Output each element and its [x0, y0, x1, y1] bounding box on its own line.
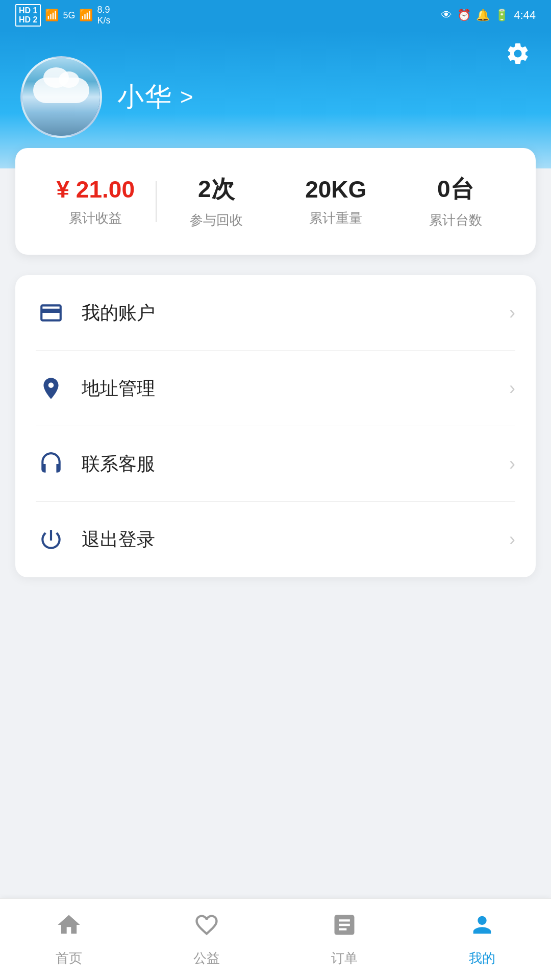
stats-card: ¥ 21.00 累计收益 2次 参与回收 20KG 累计重量 0台 累计台数 — [15, 148, 536, 255]
orders-icon — [331, 912, 358, 944]
nav-item-charity[interactable]: 公益 — [138, 906, 276, 972]
status-left: HD 1HD 2 📶 5G 📶 8.9K/s — [15, 4, 110, 27]
profile-nav-icon — [469, 912, 495, 944]
account-arrow-icon: › — [509, 302, 515, 324]
charity-nav-label: 公益 — [193, 949, 220, 967]
profile-nav-label: 我的 — [469, 949, 495, 967]
username-row[interactable]: 小华 > — [117, 79, 193, 115]
notification-icon: 🔔 — [476, 9, 490, 22]
logout-arrow-icon: › — [509, 529, 515, 550]
avatar[interactable] — [20, 56, 102, 138]
profile-chevron-icon: > — [180, 84, 193, 110]
menu-item-logout[interactable]: 退出登录 › — [15, 502, 536, 577]
menu-item-service[interactable]: 联系客服 › — [15, 426, 536, 502]
address-label: 地址管理 — [82, 376, 509, 401]
menu-item-address[interactable]: 地址管理 › — [15, 351, 536, 426]
bottom-nav: 首页 公益 订单 我的 — [0, 898, 551, 980]
settings-button[interactable] — [505, 41, 531, 72]
menu-item-account[interactable]: 我的账户 › — [15, 275, 536, 351]
hd-label: HD 1HD 2 — [15, 4, 41, 27]
weight-stat: 20KG 累计重量 — [276, 176, 396, 227]
devices-stat: 0台 累计台数 — [396, 174, 516, 229]
earnings-stat: ¥ 21.00 累计收益 — [36, 176, 156, 227]
service-arrow-icon: › — [509, 453, 515, 475]
devices-label: 累计台数 — [429, 212, 482, 228]
time-display: 4:44 — [514, 9, 536, 22]
service-label: 联系客服 — [82, 452, 509, 477]
signal-5g: 5G — [63, 10, 75, 21]
recycle-count-value: 2次 — [157, 174, 277, 205]
earnings-label: 累计收益 — [69, 210, 122, 226]
recycle-count-label: 参与回收 — [190, 212, 243, 228]
alarm-icon: ⏰ — [457, 9, 471, 22]
wifi-icon: 📶 — [79, 9, 93, 22]
home-icon — [56, 912, 82, 944]
nav-item-profile[interactable]: 我的 — [413, 906, 551, 972]
devices-value: 0台 — [396, 174, 516, 205]
weight-value: 20KG — [276, 176, 396, 203]
nav-item-home[interactable]: 首页 — [0, 906, 138, 972]
speed-indicator: 8.9K/s — [97, 5, 110, 26]
weight-label: 累计重量 — [309, 210, 362, 226]
earnings-value: ¥ 21.00 — [36, 176, 156, 203]
status-right: 👁 ⏰ 🔔 🔋 4:44 — [441, 9, 536, 22]
menu-card: 我的账户 › 地址管理 › 联系客服 › 退出登录 › — [15, 275, 536, 577]
logout-label: 退出登录 — [82, 527, 509, 552]
battery-icon: 🔋 — [495, 9, 509, 22]
signal-4g: 📶 — [45, 9, 59, 22]
charity-icon — [193, 912, 220, 944]
status-bar: HD 1HD 2 📶 5G 📶 8.9K/s 👁 ⏰ 🔔 🔋 4:44 — [0, 0, 551, 31]
location-icon — [36, 373, 66, 404]
account-label: 我的账户 — [82, 301, 509, 326]
home-nav-label: 首页 — [56, 949, 82, 967]
orders-nav-label: 订单 — [331, 949, 358, 967]
power-icon — [36, 524, 66, 555]
username-text: 小华 — [117, 79, 172, 115]
nav-item-orders[interactable]: 订单 — [276, 906, 413, 972]
card-icon — [36, 298, 66, 328]
address-arrow-icon: › — [509, 378, 515, 399]
profile-row[interactable]: 小华 > — [20, 56, 531, 138]
recycle-count-stat: 2次 参与回收 — [157, 174, 277, 229]
headset-icon — [36, 449, 66, 479]
eye-icon: 👁 — [441, 9, 452, 22]
